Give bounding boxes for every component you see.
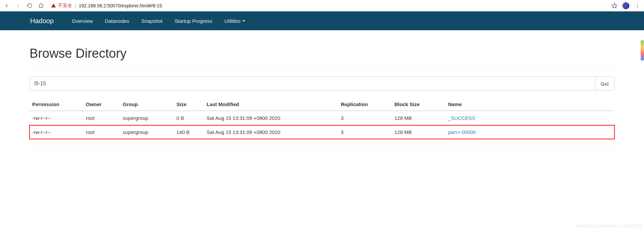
cell-replication: 3	[338, 125, 392, 139]
back-button[interactable]	[2, 1, 11, 10]
cell-block-size: 128 MB	[392, 111, 445, 125]
separator: |	[75, 3, 76, 8]
chevron-down-icon	[243, 20, 245, 22]
page-container: Browse Directory Go! Permission Owner Gr…	[30, 30, 614, 152]
profile-button[interactable]	[621, 1, 631, 10]
cell-group: supergroup	[120, 125, 174, 139]
home-button[interactable]	[36, 1, 46, 10]
go-button[interactable]: Go!	[595, 77, 614, 91]
th-replication[interactable]: Replication	[338, 98, 392, 111]
table-header-row: Permission Owner Group Size Last Modifie…	[30, 98, 614, 111]
cell-owner: root	[83, 125, 120, 139]
address-bar[interactable]: 不安全 | 192.168.56.2:50070/explorer.html#/…	[48, 1, 608, 10]
path-input-group: Go!	[30, 77, 614, 91]
page-title: Browse Directory	[30, 46, 614, 67]
file-link[interactable]: _SUCCESS	[448, 115, 475, 121]
warning-icon	[51, 3, 56, 8]
th-permission[interactable]: Permission	[30, 98, 83, 111]
svg-point-3	[637, 7, 638, 7]
file-link[interactable]: part-r-00000	[448, 129, 476, 135]
file-table: Permission Owner Group Size Last Modifie…	[30, 98, 614, 139]
cell-replication: 3	[338, 111, 392, 125]
th-block-size[interactable]: Block Size	[392, 98, 445, 111]
profile-avatar-icon	[623, 2, 629, 9]
nav-startup-progress[interactable]: Startup Progress	[169, 11, 219, 30]
svg-point-2	[637, 5, 638, 6]
browser-menu-button[interactable]	[633, 1, 642, 10]
forward-button[interactable]	[13, 1, 23, 10]
cell-size: 0 B	[174, 111, 204, 125]
bookmark-button[interactable]	[610, 1, 619, 10]
th-size[interactable]: Size	[174, 98, 204, 111]
app-navbar: Hadoop Overview Datanodes Snapshot Start…	[0, 11, 644, 30]
cell-permission: -rw-r--r--	[30, 125, 83, 139]
table-row: -rw-r--r--rootsupergroup0 BSat Aug 15 13…	[30, 111, 614, 125]
cell-last-modified: Sat Aug 15 13:31:09 +0800 2020	[204, 125, 338, 139]
table-row: -rw-r--r--rootsupergroup140 BSat Aug 15 …	[30, 125, 614, 139]
url-text: 192.168.56.2:50070/explorer.html#/8-15	[79, 3, 162, 8]
nav-snapshot[interactable]: Snapshot	[135, 11, 168, 30]
cell-block-size: 128 MB	[392, 125, 445, 139]
reload-button[interactable]	[25, 1, 34, 10]
cell-size: 140 B	[174, 125, 204, 139]
svg-marker-0	[612, 3, 617, 8]
cell-last-modified: Sat Aug 15 13:31:09 +0800 2020	[204, 111, 338, 125]
nav-utilities[interactable]: Utilities	[218, 11, 251, 30]
sidebar-indicator-icon	[641, 40, 644, 60]
path-input[interactable]	[30, 77, 595, 91]
not-secure-badge: 不安全	[51, 3, 72, 9]
nav-overview[interactable]: Overview	[66, 11, 99, 30]
browser-chrome: 不安全 | 192.168.56.2:50070/explorer.html#/…	[0, 0, 644, 11]
cell-owner: root	[83, 111, 120, 125]
cell-name: part-r-00000	[445, 125, 614, 139]
th-name[interactable]: Name	[445, 98, 614, 111]
nav-datanodes[interactable]: Datanodes	[99, 11, 136, 30]
brand[interactable]: Hadoop	[30, 17, 60, 25]
cell-group: supergroup	[120, 111, 174, 125]
page-footer	[30, 147, 614, 152]
th-owner[interactable]: Owner	[83, 98, 120, 111]
th-group[interactable]: Group	[120, 98, 174, 111]
svg-point-1	[637, 4, 638, 4]
not-secure-label: 不安全	[58, 3, 72, 9]
cell-name: _SUCCESS	[445, 111, 614, 125]
cell-permission: -rw-r--r--	[30, 111, 83, 125]
th-last-modified[interactable]: Last Modified	[204, 98, 338, 111]
